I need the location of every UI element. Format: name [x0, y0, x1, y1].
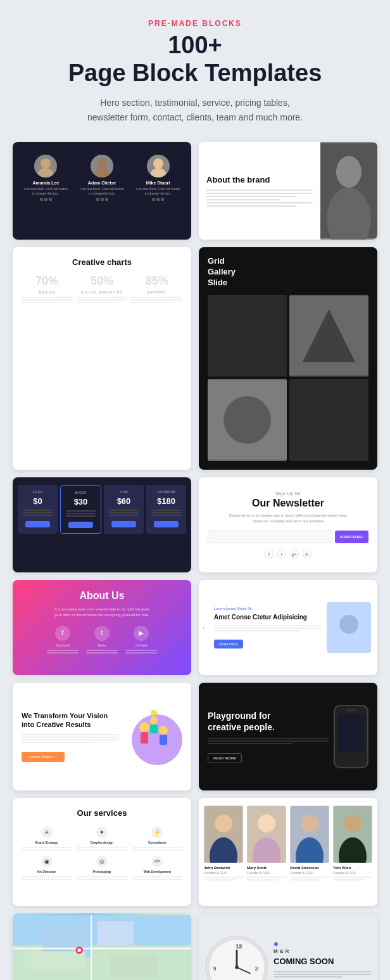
aboutus-icons: f Facebook t Twitter ▶: [47, 626, 157, 654]
main-title: 100+ Page Block Templates: [13, 32, 377, 87]
cs-brand: M&R: [274, 948, 371, 954]
tpline-7: [333, 877, 372, 878]
social-instagram-icon[interactable]: in: [303, 550, 311, 558]
member-desc-1: I am text block. Click will buttonto cha…: [24, 187, 68, 195]
pfl-7: [109, 510, 139, 511]
svg-point-27: [258, 815, 275, 832]
art-direction-icon: ◉: [41, 856, 53, 867]
plan-free: Free $0: [18, 485, 58, 534]
social-tw-2: [101, 198, 104, 201]
svc-lines-2: [77, 847, 127, 851]
brand-text: About the brand: [199, 142, 320, 240]
prototyping-icon: ◎: [96, 856, 108, 867]
social-google-icon[interactable]: g+: [290, 550, 299, 558]
member-desc-3: I am text block. Click will buttonto cha…: [136, 187, 180, 195]
creative-launch-button[interactable]: Launch Project →: [22, 752, 65, 762]
plan-btn-0[interactable]: [25, 521, 50, 527]
plan-tier-3: Premium: [149, 490, 184, 494]
tpline-8: [333, 879, 365, 880]
title-line1: 100+: [168, 32, 222, 58]
member-social-1: [40, 198, 52, 201]
chart-desc-lines-3: [131, 297, 182, 303]
sl-8: [22, 879, 72, 880]
svg-rect-16: [141, 732, 148, 744]
sl-6: [132, 849, 182, 851]
brand-image: [320, 142, 377, 240]
social-facebook-icon[interactable]: f: [265, 550, 274, 558]
cs-title: COMING SOON: [274, 957, 371, 966]
card-team: Amanda Lee I am text block. Click will b…: [13, 142, 191, 240]
svg-point-33: [344, 815, 362, 832]
team-photo-name-3: David Anderson: [290, 866, 329, 870]
header-section: PRE-MADE BLOCKS 100+ Page Block Template…: [13, 19, 377, 124]
playground-desc: [208, 738, 329, 744]
gallery-grid: [208, 295, 368, 461]
pldl-2: [208, 740, 329, 742]
brand-title: About the brand: [206, 175, 313, 186]
plan-btn-3[interactable]: [154, 521, 179, 527]
team-member-1: Amanda Lee I am text block. Click will b…: [19, 155, 73, 201]
team-photo-name-1: John Bortwick: [204, 866, 243, 870]
chart-label-2: DIGITAL MARKETING: [81, 290, 123, 294]
slider-read-more-button[interactable]: Read More: [214, 640, 243, 648]
aboutus-icon-youtube: ▶ YouTube: [125, 626, 157, 654]
service-name-5: Prototyping: [93, 870, 111, 874]
member-desc-2: I am text block. Click will buttonto cha…: [80, 187, 123, 195]
plan-price-2: $60: [106, 496, 141, 506]
chart-label-1: DESIGN: [39, 290, 55, 294]
newsletter-button[interactable]: SUBSCRIBE!: [335, 531, 368, 543]
plan-btn-1[interactable]: [68, 522, 93, 528]
team-members: Amanda Lee I am text block. Click will b…: [19, 155, 185, 201]
svg-point-14: [339, 615, 358, 634]
plan-tier-2: Hub: [106, 490, 141, 494]
team-photo-tom: Tom Allen Founder & CEO: [333, 806, 372, 880]
csdl-3: [274, 976, 342, 977]
aboutus-title: About Us: [79, 590, 124, 602]
team-member-3: Mike Stuart I am text block. Click will …: [131, 155, 185, 201]
card-brand: About the brand: [199, 142, 377, 240]
playground-read-more-button[interactable]: READ MORE: [208, 753, 242, 763]
aboutus-youtube-label: YouTube: [135, 643, 148, 647]
member-name-1: Amanda Lee: [33, 181, 60, 185]
slider-prev-arrow[interactable]: ‹: [203, 624, 204, 631]
team-photos-grid: John Bortwick Founder & CEO Mary Scott F…: [204, 806, 372, 880]
slider-content: Lorem Ipsum Dolor Sit Amet Conse Ctetur …: [214, 607, 322, 648]
cards-grid: Amanda Lee I am text block. Click will b…: [13, 142, 377, 980]
consultants-icon: ⚡: [151, 827, 163, 838]
csdl-1: [274, 971, 371, 972]
plan-btn-2[interactable]: [111, 521, 136, 527]
sl-10: [77, 879, 127, 880]
svc-lines-5: [77, 876, 127, 880]
charts-title: Creative charts: [22, 257, 182, 267]
newsletter-input[interactable]: [208, 531, 332, 543]
cdl-4: [77, 297, 128, 298]
social-twitter-icon[interactable]: t: [277, 550, 286, 558]
social-in-3: [161, 198, 164, 201]
pfl-10: [151, 510, 181, 511]
pfl-4: [66, 510, 96, 512]
creative-text: We Transform Your Visioninto Creative Re…: [22, 711, 119, 763]
pfl-2: [23, 512, 53, 513]
tpline-4: [247, 879, 279, 880]
svg-point-17: [159, 726, 168, 735]
services-grid: A Brand Strategy ✦ Graphic design: [22, 827, 182, 880]
svg-text:12: 12: [236, 943, 242, 950]
tpline-6: [290, 879, 322, 880]
chart-desc-lines-2: [77, 297, 128, 303]
plan-premium: Premium $180: [146, 485, 186, 534]
pfl-5: [66, 513, 96, 514]
plan-basic: Basic $30: [60, 485, 101, 534]
svg-point-1: [38, 168, 53, 177]
sl-12: [132, 879, 182, 880]
team-photo-mary: Mary Scott Founder & CEO: [247, 806, 286, 880]
tpline-5: [290, 877, 329, 878]
card-pricing: Free $0 Basic $30: [13, 477, 191, 572]
team-photo-role-2: Founder & CEO: [247, 871, 286, 875]
phone-screen: [337, 714, 365, 752]
social-tw: [44, 198, 47, 201]
card-gallery: GridGallerySlide: [199, 247, 377, 470]
card-creative: We Transform Your Visioninto Creative Re…: [13, 683, 191, 790]
social-in: [49, 198, 52, 201]
ayt-1: [125, 650, 157, 651]
svg-rect-38: [98, 921, 134, 945]
